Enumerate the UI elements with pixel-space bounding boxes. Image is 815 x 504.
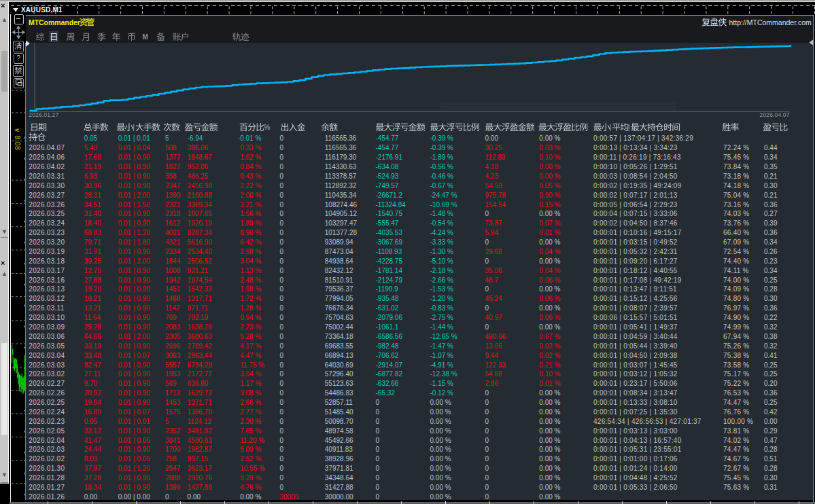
svg-text:∨ 8:08: ∨ 8:08: [14, 128, 21, 150]
